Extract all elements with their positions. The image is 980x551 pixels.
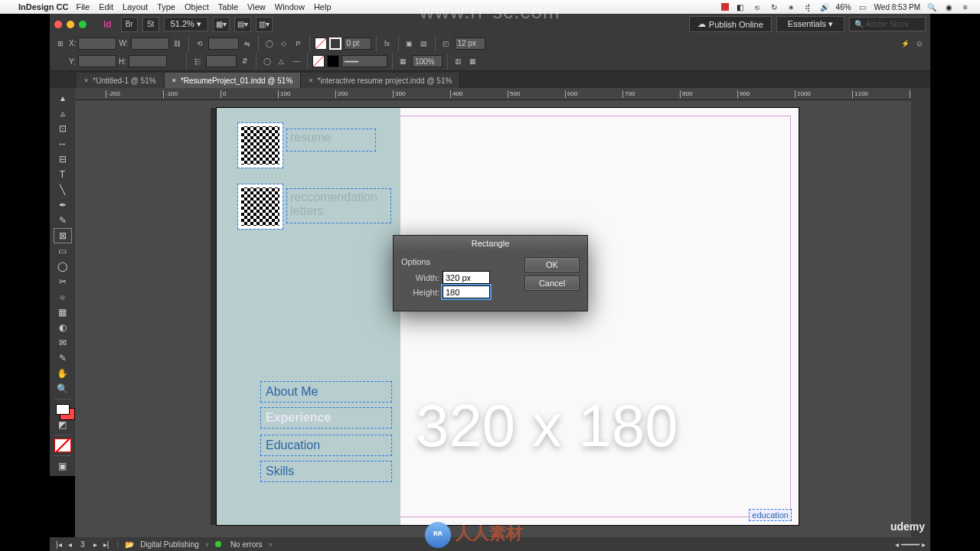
shape-icon-1[interactable]: ◯ xyxy=(261,55,273,67)
clock[interactable]: Wed 8:53 PM xyxy=(874,3,920,11)
corner-field[interactable]: 12 px xyxy=(455,37,485,50)
flip-h-icon[interactable]: ⇋ xyxy=(241,37,253,50)
status-icon-2[interactable]: ◧ xyxy=(735,2,746,11)
fill-stroke-swatch[interactable] xyxy=(54,403,71,416)
opacity-icon[interactable]: ▦ xyxy=(397,55,410,67)
shape-icon-2[interactable]: △ xyxy=(276,55,288,67)
screen-mode[interactable]: ▣ xyxy=(54,459,71,473)
tab-interactive-resume[interactable]: ×*interactive resume project.indd @ 51% xyxy=(301,73,460,88)
text-frame-recommendation[interactable]: reccomendation letters xyxy=(287,189,390,223)
pasteboard-education-label[interactable]: education xyxy=(750,510,791,520)
text-wrap-2-icon[interactable]: ▤ xyxy=(418,37,430,50)
stroke-style[interactable] xyxy=(327,55,339,67)
ellipse-tool[interactable]: ◯ xyxy=(54,259,71,273)
stroke-weight-field[interactable]: 0 pt xyxy=(344,37,371,50)
window-controls[interactable] xyxy=(54,21,87,28)
rectangle-frame-tool[interactable]: ⊠ xyxy=(54,229,71,243)
rectangle-tool[interactable]: ▭ xyxy=(54,244,71,258)
arrange-button[interactable]: ▥▾ xyxy=(256,17,273,32)
workspace-dropdown[interactable]: Essentials ▾ xyxy=(776,16,844,32)
pencil-tool[interactable]: ✎ xyxy=(54,214,71,227)
menu-table[interactable]: Table xyxy=(218,2,238,11)
opacity-field[interactable]: 100% xyxy=(412,55,443,67)
ok-button[interactable]: OK xyxy=(524,257,580,272)
apply-color[interactable] xyxy=(54,439,71,452)
nav-education[interactable]: Education xyxy=(261,435,391,455)
text-wrap-1-icon[interactable]: ▣ xyxy=(403,37,416,50)
panel-dock[interactable] xyxy=(911,71,930,537)
qr-code-2[interactable] xyxy=(238,184,283,229)
rotate-field[interactable] xyxy=(208,37,239,50)
pen-tool[interactable]: ✒ xyxy=(54,198,71,212)
scroll-h[interactable]: ◂ ━━━━ ▸ xyxy=(895,540,926,549)
menu-type[interactable]: Type xyxy=(157,2,175,11)
gap-tool[interactable]: ↔ xyxy=(54,137,71,151)
menu-edit[interactable]: Edit xyxy=(99,2,113,11)
bluetooth-icon[interactable]: ∗ xyxy=(786,2,796,11)
status-icon-1[interactable] xyxy=(721,3,729,11)
tab-untitled[interactable]: ×*Untitled-1 @ 51% xyxy=(77,73,165,88)
horizontal-ruler[interactable]: -200 -100 0 100 200 300 400 500 600 700 … xyxy=(75,88,930,100)
x-field[interactable] xyxy=(78,37,116,50)
eyedropper-tool[interactable]: ✎ xyxy=(54,351,71,365)
rotate-icon[interactable]: ⟲ xyxy=(194,37,206,50)
zoom-dropdown[interactable]: 51.2% ▾ xyxy=(164,17,208,31)
publish-online-button[interactable]: ☁Publish Online xyxy=(689,16,772,32)
text-frame-resume[interactable]: resume xyxy=(287,129,375,151)
width-field[interactable] xyxy=(443,271,490,284)
free-transform-tool[interactable]: ⟐ xyxy=(54,290,71,304)
type-tool[interactable]: T xyxy=(54,168,71,181)
spotlight-icon[interactable]: 🔍 xyxy=(926,2,937,11)
pathfinder-icon[interactable]: ◯ xyxy=(263,37,276,50)
view-options-2[interactable]: ▤▾ xyxy=(234,17,251,32)
workspace-status[interactable]: Digital Publishing xyxy=(140,540,199,549)
app-name[interactable]: InDesign CC xyxy=(18,2,68,11)
shape-icon-3[interactable]: — xyxy=(290,55,302,67)
dialog-title[interactable]: Rectangle xyxy=(394,236,587,251)
fill-swatch[interactable] xyxy=(315,37,327,50)
wifi-icon[interactable]: ⢾ xyxy=(802,2,813,11)
align-icon[interactable]: P xyxy=(292,37,305,50)
nav-about-me[interactable]: About Me xyxy=(261,382,391,402)
hand-tool[interactable]: ✋ xyxy=(54,367,71,380)
cancel-button[interactable]: Cancel xyxy=(524,276,580,291)
fx-icon[interactable]: fx xyxy=(381,37,394,50)
page-nav-fwd[interactable]: ▸▸| xyxy=(91,540,111,549)
nav-experience[interactable]: Experience xyxy=(261,408,391,428)
page-tool[interactable]: ⊡ xyxy=(54,122,71,135)
battery-icon[interactable]: ▭ xyxy=(858,2,868,11)
tab-resume-project[interactable]: ×*ResumeProject_01.indd @ 51% xyxy=(165,73,302,88)
flip-v-icon[interactable]: ⇵ xyxy=(239,55,251,67)
menu-object[interactable]: Object xyxy=(185,2,209,11)
direct-selection-tool[interactable]: ▵ xyxy=(54,106,71,120)
reference-point-icon[interactable]: ⊞ xyxy=(54,37,67,50)
convert-icon[interactable]: ◇ xyxy=(278,37,290,50)
menu-file[interactable]: File xyxy=(76,2,90,11)
default-fill-stroke[interactable]: ◩ xyxy=(54,418,71,432)
nav-skills[interactable]: Skills xyxy=(261,461,391,481)
notification-icon[interactable]: ≡ xyxy=(960,2,971,11)
height-field[interactable] xyxy=(443,285,490,298)
gradient-feather-tool[interactable]: ◐ xyxy=(54,321,71,334)
fill-swatch-2[interactable] xyxy=(312,55,325,67)
errors-status[interactable]: No errors xyxy=(230,540,263,549)
close-icon[interactable]: × xyxy=(84,77,88,84)
stock-search[interactable]: 🔍 Adobe Stock xyxy=(849,17,926,31)
text-wrap-3-icon[interactable]: ▥ xyxy=(452,55,465,67)
h-field[interactable] xyxy=(129,55,167,67)
shear-field[interactable] xyxy=(206,55,237,67)
bridge-button[interactable]: Br xyxy=(121,17,138,32)
status-icon-3[interactable]: ⎋ xyxy=(752,2,763,11)
close-icon[interactable]: × xyxy=(172,77,176,84)
volume-icon[interactable]: 🔊 xyxy=(819,2,830,11)
constrain-icon[interactable]: ⛓ xyxy=(172,37,184,50)
canvas[interactable]: resume reccomendation letters About Me E… xyxy=(75,100,911,537)
menu-window[interactable]: Window xyxy=(275,2,305,11)
corner-icon[interactable]: ◰ xyxy=(440,37,452,50)
quick-apply-icon[interactable]: ⚡ xyxy=(899,37,911,50)
zoom-tool[interactable]: 🔍 xyxy=(54,382,71,396)
y-field[interactable] xyxy=(78,55,116,67)
open-icon[interactable]: 📂 xyxy=(125,540,134,549)
page-number[interactable]: 3 xyxy=(80,540,85,549)
siri-icon[interactable]: ◉ xyxy=(943,2,954,11)
